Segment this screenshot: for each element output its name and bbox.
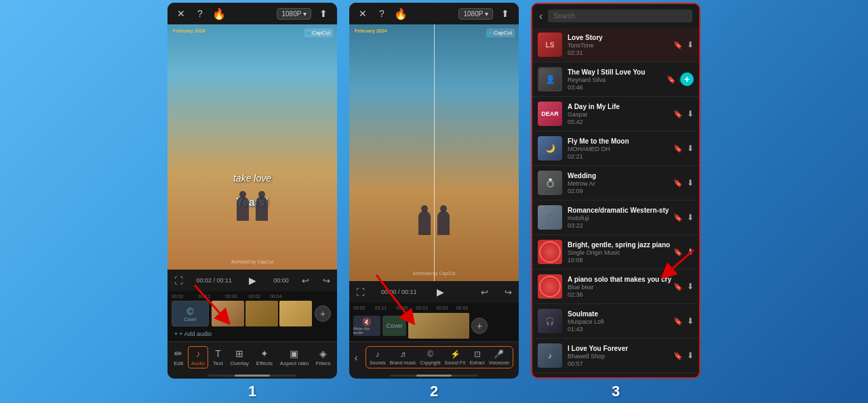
cursor-line: [434, 24, 435, 281]
music-duration: 02:21: [568, 153, 673, 160]
arrow-2: [356, 272, 437, 333]
text-label: Text: [213, 360, 223, 366]
download-button[interactable]: ⬇: [687, 351, 694, 360]
video-date-2: February 2024: [355, 28, 387, 33]
bookmark-button[interactable]: 🔖: [673, 41, 683, 49]
music-info: Romance/dramatic Western-sty motofuji 03…: [568, 207, 673, 229]
bookmark-button[interactable]: 🔖: [673, 110, 683, 119]
music-thumb: [538, 240, 562, 264]
music-duration: 03:46: [568, 84, 667, 91]
download-button[interactable]: ⬇: [687, 316, 694, 326]
search-bar[interactable]: Search: [548, 9, 692, 22]
undo-icon-2[interactable]: ↩: [481, 287, 488, 297]
fire-icon[interactable]: 🔥: [212, 7, 226, 20]
bookmark-button[interactable]: 🔖: [673, 179, 683, 188]
time-right: 00:00: [273, 277, 289, 284]
tool-filters[interactable]: ◈ Filters: [313, 347, 334, 368]
music-thumb: LS: [538, 33, 562, 57]
filters-icon: ◈: [319, 348, 327, 359]
fire-icon-2[interactable]: 🔥: [394, 7, 408, 20]
download-button[interactable]: ⬇: [687, 178, 694, 188]
audio-tool-brand[interactable]: ♬ Brand music: [388, 348, 418, 366]
music-item[interactable]: 🌙 Fly Me to the Moon MOHAMED DH 02:21 🔖⬇: [532, 131, 699, 166]
bookmark-button[interactable]: 🔖: [673, 352, 683, 360]
audio-tool-sound-fx[interactable]: ⚡ Sound FX: [443, 348, 468, 366]
add-clip-button-2[interactable]: +: [471, 318, 488, 334]
overlay-icon: ⊞: [235, 348, 243, 359]
music-duration: 00:57: [568, 360, 673, 367]
tool-text[interactable]: T Text: [210, 347, 226, 368]
music-actions: 🔖⬇: [673, 40, 694, 49]
effects-icon: ✦: [260, 348, 269, 359]
video-thumb-3[interactable]: [279, 301, 312, 326]
audio-tool-sounds[interactable]: ♪ Sounds: [368, 348, 388, 366]
music-item[interactable]: 🎧 Soulmate Muspace Lofi 01:43 🔖⬇: [532, 304, 699, 339]
music-item[interactable]: DEAR A Day in My Life Gaspar 05:42 🔖⬇: [532, 97, 699, 131]
audio-tool-copyright[interactable]: © Copyright: [418, 348, 443, 366]
tool-overlay[interactable]: ⊞ Overlay: [228, 347, 252, 368]
text-icon: T: [215, 348, 221, 359]
tool-edit[interactable]: ✏ Edit: [171, 347, 186, 368]
music-artist: Bhawell Shop: [568, 353, 673, 360]
tool-aspect[interactable]: ▣ Aspect ratio: [277, 347, 311, 368]
music-item[interactable]: 🎵 Romance/dramatic Western-sty motofuji …: [532, 200, 699, 235]
help-icon-2[interactable]: ?: [375, 7, 389, 20]
video-preview-1: February 2024 ■ CapCut take love Years! …: [167, 24, 337, 270]
music-info: Fly Me to the Moon MOHAMED DH 02:21: [568, 137, 673, 160]
close-icon[interactable]: ✕: [174, 7, 188, 20]
undo-icon[interactable]: ↩: [302, 276, 309, 286]
music-item[interactable]: ♪ I Love You Forever Bhawell Shop 00:57 …: [532, 339, 699, 373]
redo-icon[interactable]: ↪: [323, 276, 330, 286]
audio-tool-extract[interactable]: ⊡ Extract: [468, 348, 487, 366]
sounds-icon: ♪: [376, 349, 380, 359]
redo-icon-2[interactable]: ↪: [505, 287, 512, 297]
music-title: A Day in My Life: [568, 103, 673, 110]
back-button[interactable]: ‹: [539, 10, 542, 22]
download-button[interactable]: ⬇: [687, 213, 694, 222]
music-title: The Way I Still Love You: [568, 68, 667, 76]
help-icon[interactable]: ?: [193, 7, 207, 20]
export-icon[interactable]: ⬆: [317, 7, 330, 20]
music-item[interactable]: 💍 Wedding Metrow Ar 02:09 🔖⬇: [532, 166, 699, 200]
music-duration: 01:43: [568, 326, 673, 333]
music-artist: Metrow Ar: [568, 180, 673, 187]
arrow-3: [653, 236, 707, 291]
music-duration: 02:09: [568, 188, 673, 194]
bottom-toolbar-1: ✏ Edit ♪ Audio T Text ⊞ Overlay: [167, 341, 337, 373]
bookmark-button[interactable]: 🔖: [673, 144, 683, 153]
close-icon-2[interactable]: ✕: [356, 7, 370, 20]
video-thumb-2[interactable]: [245, 301, 278, 326]
music-duration: 02:36: [568, 291, 673, 298]
tool-audio[interactable]: ♪ Audio: [188, 346, 208, 368]
music-duration: 03:22: [568, 222, 673, 229]
music-item[interactable]: LS Love Story TonsTone 02:31 🔖⬇: [532, 28, 699, 62]
music-actions: 🔖⬇: [673, 109, 694, 119]
audio-tool-voiceover[interactable]: 🎤 Voiceover: [486, 348, 511, 366]
bookmark-button[interactable]: 🔖: [673, 317, 683, 326]
video-text-overlay: take love: [233, 173, 271, 184]
top-bar-1: ✕ ? 🔥 1080P ▾ ⬆: [167, 3, 337, 24]
tool-effects[interactable]: ✦ Effects: [254, 347, 275, 368]
export-icon-2[interactable]: ⬆: [498, 7, 512, 20]
bookmark-button[interactable]: 🔖: [673, 213, 683, 222]
plus-icon: +: [174, 331, 178, 337]
music-actions: 🔖⬇: [673, 316, 694, 326]
audio-toolbar: ‹ ♪ Sounds ♬ Brand music © Co: [349, 341, 519, 373]
filters-label: Filters: [316, 360, 331, 366]
bookmark-button[interactable]: 🔖: [667, 75, 676, 84]
add-clip-button[interactable]: +: [315, 305, 331, 322]
resolution-button[interactable]: 1080P ▾: [277, 8, 311, 20]
music-thumb: 💍: [538, 171, 562, 195]
add-track-button[interactable]: +: [680, 72, 694, 86]
download-button[interactable]: ⬇: [687, 109, 694, 119]
figures: [237, 196, 268, 221]
edit-icon: ✏: [174, 348, 182, 359]
download-button[interactable]: ⬇: [687, 144, 694, 153]
collapse-icon[interactable]: ‹: [355, 352, 358, 363]
download-button[interactable]: ⬇: [687, 40, 694, 49]
music-title: Love Story: [568, 34, 673, 41]
music-item[interactable]: 👤 The Way I Still Love You Reynard Silva…: [532, 62, 699, 97]
music-thumb: 🎵: [538, 205, 562, 230]
music-thumb: 👤: [538, 67, 562, 91]
resolution-button-2[interactable]: 1080P ▾: [458, 8, 493, 20]
